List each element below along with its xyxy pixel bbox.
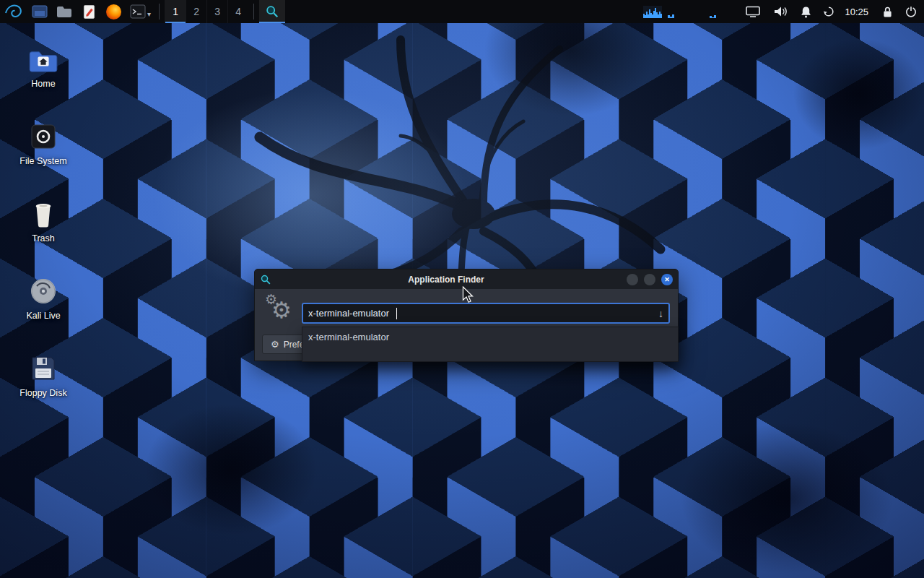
- text-editor-icon: [83, 4, 95, 20]
- desktop-icon-label: Floppy Disk: [6, 388, 81, 398]
- completion-item[interactable]: x-terminal-emulator: [302, 327, 678, 347]
- workspace-2[interactable]: 2: [186, 0, 206, 23]
- panel-separator: [253, 4, 254, 20]
- large-gear-glyph: ⚙: [271, 297, 292, 324]
- window-buttons: ✕: [621, 274, 673, 285]
- speaker-icon: [773, 6, 788, 17]
- display-icon: [746, 6, 760, 17]
- floppy-icon: [6, 350, 81, 383]
- power-icon: [905, 6, 917, 17]
- desktop-icon-label: File System: [6, 156, 81, 166]
- taskbar-appfinder-button[interactable]: [259, 0, 285, 23]
- window-title: Application Finder: [271, 275, 621, 285]
- application-finder-window: Application Finder ✕ ⚙ ⚙ x-terminal-emul…: [254, 269, 679, 361]
- terminal-launcher[interactable]: [126, 0, 150, 23]
- workspace-4[interactable]: 4: [227, 0, 248, 23]
- desktop-icon-label: Home: [6, 79, 81, 89]
- net-graph-plugin[interactable]: [668, 6, 675, 18]
- text-caret: [396, 308, 397, 319]
- home-folder-icon: [6, 40, 81, 74]
- search-input[interactable]: x-terminal-emulator ↓: [302, 303, 670, 324]
- terminal-icon: [130, 4, 146, 19]
- lock-icon: [883, 6, 892, 18]
- desktop-icon-file-system[interactable]: File System: [6, 118, 81, 166]
- clock[interactable]: 10:25: [845, 7, 868, 17]
- gear-icon: ⚙: [271, 339, 279, 350]
- disk-graph-plugin[interactable]: [710, 6, 717, 18]
- text-editor-launcher[interactable]: [77, 0, 101, 23]
- appfinder-window-icon: [260, 274, 271, 285]
- kali-menu-button[interactable]: [0, 0, 27, 23]
- cpu-graph-icon: [643, 6, 662, 18]
- sync-arrow-icon: [823, 6, 834, 17]
- disk-graph-icon: [710, 6, 717, 18]
- cpu-graph-plugin[interactable]: [643, 6, 662, 18]
- gears-icon: ⚙ ⚙: [265, 293, 298, 326]
- desktop-icon-label: Kali Live: [6, 311, 81, 321]
- top-panel: ▾ 1 2 3 4: [0, 0, 924, 23]
- titlebar[interactable]: Application Finder ✕: [255, 269, 678, 289]
- desktop-icon-trash[interactable]: Trash: [6, 195, 81, 243]
- desktop-icon-floppy-disk[interactable]: Floppy Disk: [6, 350, 81, 398]
- bell-icon: [801, 6, 811, 18]
- screenlock-tray[interactable]: [883, 6, 892, 18]
- folder-icon: [56, 5, 72, 18]
- firefox-icon: [106, 4, 121, 20]
- workspace-1[interactable]: 1: [165, 0, 186, 23]
- display-settings-tray[interactable]: [746, 6, 760, 17]
- disc-icon: [6, 272, 81, 306]
- trash-icon: [6, 195, 81, 228]
- file-manager-launcher[interactable]: [27, 0, 52, 23]
- completion-popup: x-terminal-emulator: [302, 327, 679, 362]
- terminal-dropdown-chevron-icon[interactable]: ▾: [147, 10, 151, 18]
- panel-left-cluster: ▾ 1 2 3 4: [0, 0, 285, 23]
- firefox-launcher[interactable]: [101, 0, 126, 23]
- file-system-icon: [6, 118, 81, 151]
- workspace-3[interactable]: 3: [206, 0, 227, 23]
- minimize-button[interactable]: [627, 274, 638, 285]
- dropdown-arrow-icon[interactable]: ↓: [658, 308, 663, 319]
- panel-separator: [159, 4, 160, 20]
- folder-launcher[interactable]: [52, 0, 77, 23]
- desktop-icon-kali-live[interactable]: Kali Live: [6, 272, 81, 321]
- magnifier-icon: [265, 4, 279, 19]
- notifications-tray[interactable]: [801, 6, 811, 18]
- net-graph-icon: [668, 6, 675, 18]
- panel-right-cluster: 10:25: [643, 0, 924, 23]
- volume-tray[interactable]: [773, 6, 788, 17]
- maximize-button[interactable]: [644, 274, 655, 285]
- search-input-value: x-terminal-emulator: [308, 308, 389, 319]
- session-power-tray[interactable]: [905, 6, 917, 17]
- desktop-icon-label: Trash: [6, 233, 81, 243]
- kali-logo-icon: [4, 2, 23, 21]
- updates-tray[interactable]: [823, 6, 834, 17]
- close-button[interactable]: ✕: [661, 274, 673, 285]
- file-manager-icon: [32, 4, 48, 19]
- desktop-icon-home[interactable]: Home: [6, 40, 81, 89]
